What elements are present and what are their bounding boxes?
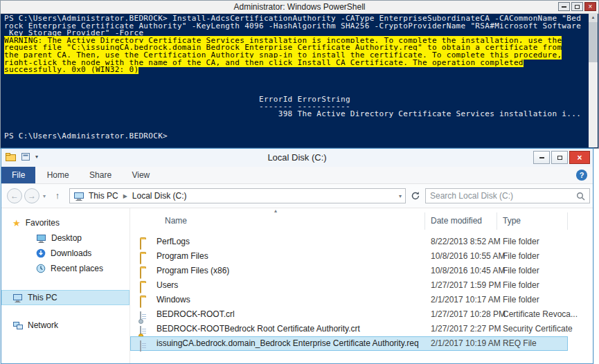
tab-home[interactable]: Home bbox=[38, 167, 78, 183]
file-type: Security Certificate bbox=[503, 322, 573, 336]
close-icon: × bbox=[589, 3, 593, 10]
close-button[interactable]: × bbox=[569, 151, 590, 164]
file-name: issuingCA.bedrock.domain_Bedrock Enterpr… bbox=[157, 336, 419, 351]
sidebar-item-recent-places[interactable]: Recent places bbox=[1, 261, 129, 276]
powershell-title: Administrator: Windows PowerShell bbox=[1, 1, 598, 13]
explorer-title: Local Disk (C:) bbox=[1, 149, 593, 167]
this-pc-icon bbox=[12, 293, 23, 302]
sidebar-label: Downloads bbox=[51, 248, 91, 258]
up-button[interactable]: ↑ bbox=[50, 188, 65, 203]
recent-locations-icon[interactable]: ▾ bbox=[43, 193, 46, 199]
file-type: File folder bbox=[503, 249, 539, 264]
file-name: Windows bbox=[157, 293, 190, 307]
file-row[interactable]: Users 1/27/2017 1:59 PM File folder bbox=[130, 278, 568, 293]
search-box[interactable]: Search Local Disk (C:) bbox=[425, 188, 590, 203]
file-name: Program Files (x86) bbox=[157, 264, 229, 278]
help-icon[interactable]: ? bbox=[576, 170, 587, 181]
explorer-titlebar[interactable]: ▾ Local Disk (C:) × bbox=[1, 149, 593, 167]
sidebar-label: Recent places bbox=[51, 264, 103, 273]
close-icon: × bbox=[577, 154, 582, 162]
maximize-icon bbox=[575, 5, 580, 9]
tab-view[interactable]: View bbox=[123, 167, 159, 183]
req-file-icon bbox=[140, 339, 141, 354]
search-icon bbox=[576, 192, 585, 201]
back-button[interactable]: ← bbox=[7, 188, 22, 203]
minimize-button[interactable] bbox=[533, 151, 550, 164]
downloads-icon bbox=[36, 248, 46, 258]
sidebar-item-this-pc[interactable]: This PC bbox=[1, 290, 129, 305]
powershell-scrollbar[interactable]: ▲ bbox=[589, 13, 598, 147]
powershell-console[interactable]: PS C:\Users\Administrator.BEDROCK> Insta… bbox=[1, 13, 589, 147]
file-date: 1/27/2017 2:27 PM bbox=[431, 322, 501, 336]
file-date: 2/1/2017 10:17 AM bbox=[431, 293, 501, 307]
file-rows: PerfLogs 8/22/2013 8:52 AM File folder P… bbox=[130, 235, 593, 351]
refresh-button[interactable] bbox=[409, 188, 422, 203]
address-dropdown-icon[interactable]: ▾ bbox=[399, 193, 402, 199]
file-row-selected[interactable]: issuingCA.bedrock.domain_Bedrock Enterpr… bbox=[130, 336, 568, 351]
sidebar-item-favorites[interactable]: ★ Favorites bbox=[1, 215, 129, 230]
console-text: 398 The Active Directory Certificate Ser… bbox=[4, 109, 581, 118]
qat-customize-icon[interactable]: ▾ bbox=[35, 154, 38, 160]
file-type: File folder bbox=[503, 264, 539, 278]
console-line bbox=[4, 74, 589, 82]
navigation-pane: ★ Favorites Desktop Downloads Recent pla… bbox=[1, 208, 130, 363]
forward-button[interactable]: → bbox=[24, 188, 39, 203]
console-line: 398 The Active Directory Certificate Ser… bbox=[4, 111, 589, 118]
file-date: 1/27/2017 1:59 PM bbox=[431, 278, 501, 293]
file-row[interactable]: Program Files 10/8/2016 10:55 AM File fo… bbox=[130, 249, 568, 264]
tab-file[interactable]: File bbox=[1, 167, 35, 183]
file-name: PerfLogs bbox=[157, 235, 190, 249]
file-row[interactable]: BEDROCK-ROOT.crl 1/27/2017 10:28 PM Cert… bbox=[130, 307, 568, 322]
scrollbar-thumb[interactable] bbox=[589, 22, 598, 62]
powershell-window: Administrator: Windows PowerShell × PS C… bbox=[0, 0, 599, 149]
address-toolbar: ← → ▾ ↑ This PC ▶ Local Disk (C:) ▾ Sear… bbox=[1, 184, 593, 208]
file-type: File folder bbox=[503, 293, 539, 307]
file-date: 10/8/2016 10:45 AM bbox=[431, 264, 505, 278]
file-row[interactable]: PerfLogs 8/22/2013 8:52 AM File folder bbox=[130, 235, 568, 249]
sidebar-label: This PC bbox=[28, 293, 57, 302]
file-type: File folder bbox=[503, 235, 539, 249]
file-date: 8/22/2013 8:52 AM bbox=[431, 235, 501, 249]
refresh-icon bbox=[411, 191, 420, 201]
file-row[interactable]: Windows 2/1/2017 10:17 AM File folder bbox=[130, 293, 568, 307]
file-type: File folder bbox=[503, 278, 539, 293]
breadcrumb-local-disk[interactable]: Local Disk (C:) bbox=[132, 191, 187, 201]
column-header-date-modified[interactable]: Date modified bbox=[425, 212, 497, 230]
maximize-button[interactable] bbox=[551, 151, 568, 164]
column-header-name[interactable]: Name bbox=[130, 212, 425, 230]
scroll-up-icon[interactable]: ▲ bbox=[589, 13, 598, 22]
this-pc-icon bbox=[73, 192, 84, 201]
quick-access-toolbar: ▾ bbox=[6, 152, 38, 161]
sidebar-item-desktop[interactable]: Desktop bbox=[1, 230, 129, 246]
column-header-type[interactable]: Type bbox=[497, 212, 568, 230]
console-line: PS C:\Users\Administrator.BEDROCK> bbox=[4, 133, 589, 140]
console-line: successfully. 0x0 (WIN32: 0) bbox=[4, 66, 589, 74]
sidebar-item-downloads[interactable]: Downloads bbox=[1, 246, 129, 261]
console-line bbox=[4, 118, 589, 125]
file-name: Program Files bbox=[157, 249, 208, 264]
search-placeholder: Search Local Disk (C:) bbox=[430, 191, 576, 201]
maximize-icon bbox=[557, 156, 562, 160]
file-list: ▴ Name Date modified Type PerfLogs 8/22/… bbox=[130, 208, 593, 363]
file-row[interactable]: BEDROCK-ROOTBedrock Root Certificate Aut… bbox=[130, 322, 568, 336]
breadcrumb-this-pc[interactable]: This PC bbox=[89, 191, 118, 201]
address-bar[interactable]: This PC ▶ Local Disk (C:) ▾ bbox=[69, 188, 406, 203]
network-icon bbox=[12, 321, 23, 330]
console-line bbox=[4, 81, 589, 89]
tab-share[interactable]: Share bbox=[80, 167, 120, 183]
file-name: BEDROCK-ROOTBedrock Root Certificate Aut… bbox=[157, 322, 360, 336]
explorer-main: ★ Favorites Desktop Downloads Recent pla… bbox=[1, 208, 593, 363]
maximize-button[interactable] bbox=[571, 2, 583, 11]
powershell-titlebar[interactable]: Administrator: Windows PowerShell × bbox=[1, 1, 598, 14]
minimize-button[interactable] bbox=[558, 2, 570, 11]
qat-properties-icon[interactable] bbox=[21, 152, 30, 161]
file-name: BEDROCK-ROOT.crl bbox=[157, 307, 235, 322]
file-date: 2/1/2017 10:19 AM bbox=[431, 336, 501, 351]
sidebar-item-network[interactable]: Network bbox=[1, 318, 129, 333]
file-date: 10/8/2016 10:55 AM bbox=[431, 249, 505, 264]
desktop-icon bbox=[36, 234, 46, 243]
sidebar-label: Desktop bbox=[51, 233, 82, 243]
close-button[interactable]: × bbox=[584, 2, 596, 11]
file-row[interactable]: Program Files (x86) 10/8/2016 10:45 AM F… bbox=[130, 264, 568, 278]
console-text: PS C:\Users\Administrator.BEDROCK> bbox=[4, 131, 172, 140]
